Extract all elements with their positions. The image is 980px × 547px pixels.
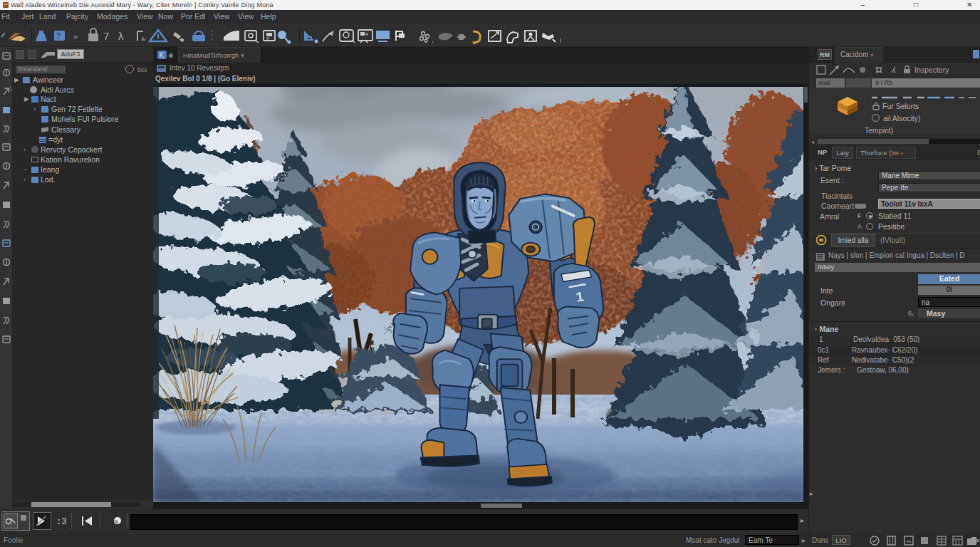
svg-text:,: , xyxy=(432,36,434,43)
svg-text:λ: λ xyxy=(118,30,124,42)
svg-text::3: :3 xyxy=(56,517,66,527)
svg-text:»: » xyxy=(73,32,78,41)
svg-text:M: M xyxy=(266,36,269,41)
svg-text:7: 7 xyxy=(103,30,109,42)
svg-text:R: R xyxy=(365,32,369,36)
svg-text:?: ? xyxy=(56,32,61,40)
svg-text:K: K xyxy=(160,51,165,59)
